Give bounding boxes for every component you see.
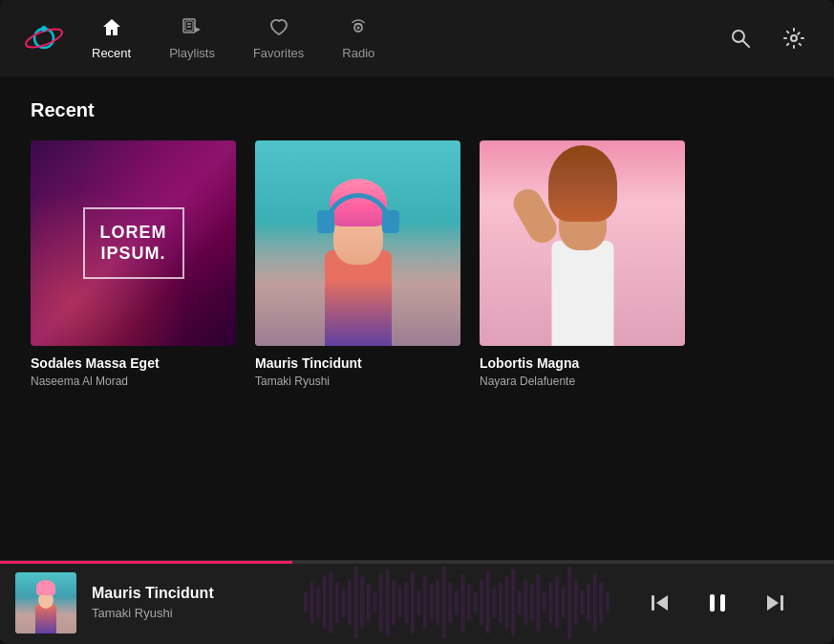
top-nav: Recent Playlists (0, 0, 834, 76)
nav-item-radio[interactable]: Radio (342, 17, 374, 60)
ph-body (325, 250, 392, 346)
svg-rect-37 (455, 590, 459, 614)
svg-line-11 (743, 41, 749, 47)
player-thumbnail (15, 572, 76, 633)
svg-point-12 (791, 35, 797, 41)
playlists-icon (182, 17, 203, 42)
pause-button[interactable] (696, 582, 738, 624)
search-button[interactable] (723, 21, 758, 55)
nav-item-recent-label: Recent (92, 46, 131, 60)
svg-rect-29 (404, 582, 408, 624)
player-track-title: Mauris Tincidunt (92, 585, 302, 602)
svg-marker-66 (767, 595, 779, 611)
svg-rect-13 (304, 592, 308, 613)
svg-rect-51 (543, 592, 546, 613)
app-logo (23, 17, 65, 59)
favorites-icon (268, 17, 289, 42)
prev-button[interactable] (639, 582, 681, 624)
svg-rect-30 (411, 571, 415, 633)
svg-rect-33 (430, 584, 434, 621)
card-subtitle-1: Naseema Al Morad (31, 375, 236, 388)
person-figure-2 (301, 183, 416, 346)
svg-marker-7 (195, 27, 201, 32)
main-content: Recent LOREM IPSUM. Sodales Massa Eget N… (0, 76, 834, 560)
woman-art (480, 140, 685, 346)
lorem-line2: IPSUM. (100, 244, 167, 265)
svg-rect-24 (374, 592, 377, 613)
player-bar: Mauris Tincidunt Tamaki Ryushi (0, 560, 834, 644)
abstract-art: LOREM IPSUM. (31, 140, 236, 346)
svg-rect-26 (386, 569, 390, 636)
radio-icon (348, 17, 369, 42)
ph-ear-left (317, 210, 334, 233)
svg-rect-31 (417, 590, 421, 614)
settings-button[interactable] (777, 21, 811, 55)
svg-rect-38 (461, 573, 465, 632)
svg-rect-22 (360, 576, 364, 628)
woman-figure (525, 174, 640, 346)
svg-rect-52 (549, 582, 553, 624)
nav-item-recent[interactable]: Recent (92, 17, 131, 60)
card-image-3 (480, 140, 685, 346)
svg-rect-44 (499, 582, 503, 624)
svg-rect-16 (323, 576, 327, 628)
svg-rect-60 (599, 582, 603, 624)
card-title-1: Sodales Massa Eget (31, 355, 236, 371)
nav-item-playlists-label: Playlists (169, 46, 215, 60)
card-2[interactable]: Mauris Tincidunt Tamaki Ryushi (255, 140, 460, 388)
app-container: Recent Playlists (0, 0, 834, 644)
svg-rect-43 (493, 587, 497, 618)
card-title-3: Lobortis Magna (480, 355, 685, 371)
svg-rect-17 (330, 571, 333, 633)
svg-rect-42 (486, 571, 490, 633)
nav-item-radio-label: Radio (342, 46, 374, 60)
svg-rect-39 (467, 584, 471, 621)
nav-item-favorites[interactable]: Favorites (253, 17, 304, 60)
cards-grid: LOREM IPSUM. Sodales Massa Eget Naseema … (31, 140, 803, 388)
svg-rect-25 (379, 573, 383, 632)
svg-rect-64 (710, 594, 715, 612)
svg-rect-48 (524, 580, 527, 626)
player-waveform (302, 561, 616, 644)
nav-items: Recent Playlists (92, 17, 723, 60)
card-1[interactable]: LOREM IPSUM. Sodales Massa Eget Naseema … (31, 140, 236, 388)
svg-rect-40 (474, 592, 478, 613)
svg-rect-18 (335, 582, 339, 624)
svg-rect-4 (185, 21, 193, 31)
svg-marker-62 (656, 595, 668, 611)
svg-rect-21 (354, 566, 358, 638)
svg-rect-54 (562, 587, 566, 618)
svg-rect-45 (505, 576, 509, 628)
wf-hair (548, 145, 617, 222)
svg-rect-65 (720, 594, 725, 612)
lorem-ipsum-box: LOREM IPSUM. (83, 207, 184, 279)
nav-item-favorites-label: Favorites (253, 46, 304, 60)
svg-rect-57 (581, 590, 585, 614)
svg-rect-67 (781, 595, 783, 611)
svg-rect-53 (555, 576, 559, 628)
section-title: Recent (31, 99, 803, 121)
svg-rect-56 (574, 580, 578, 626)
card-image-1: LOREM IPSUM. (31, 140, 236, 346)
nav-actions (723, 21, 811, 55)
svg-rect-19 (342, 587, 346, 618)
card-image-2 (255, 140, 460, 346)
card-title-2: Mauris Tincidunt (255, 355, 460, 371)
svg-rect-34 (436, 580, 439, 626)
svg-rect-32 (423, 576, 427, 628)
svg-point-10 (733, 31, 744, 42)
svg-point-2 (41, 26, 47, 32)
svg-rect-36 (449, 582, 453, 624)
wf-body (551, 241, 613, 346)
svg-rect-28 (398, 587, 402, 618)
svg-rect-20 (348, 580, 352, 626)
card-3[interactable]: Lobortis Magna Nayara Delafuente (480, 140, 685, 388)
home-icon (101, 17, 122, 42)
player-artist: Tamaki Ryushi (92, 606, 302, 620)
svg-rect-58 (587, 584, 590, 621)
svg-point-9 (357, 26, 360, 29)
nav-item-playlists[interactable]: Playlists (169, 17, 215, 60)
next-button[interactable] (754, 582, 796, 624)
card-subtitle-2: Tamaki Ryushi (255, 375, 460, 388)
ph-ear-right (382, 210, 399, 233)
